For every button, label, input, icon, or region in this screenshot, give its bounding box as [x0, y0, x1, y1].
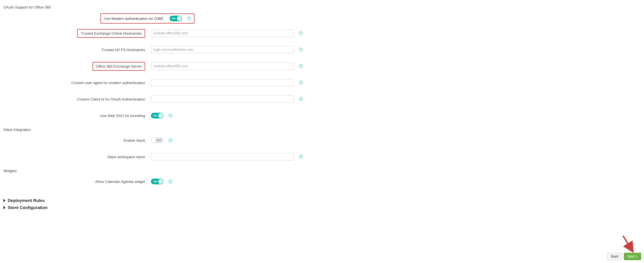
- help-icon[interactable]: ?: [299, 155, 303, 159]
- help-icon[interactable]: ?: [299, 64, 303, 68]
- highlight-o365-exchange: Office 365 Exchange Server: [92, 62, 145, 71]
- section-title-widgets: Widgets: [3, 169, 641, 173]
- label-web-sso: Use Web SSO for tunneling: [3, 114, 151, 118]
- label-enable-slack: Enable Slack: [3, 138, 151, 143]
- help-icon[interactable]: ?: [168, 114, 172, 118]
- input-custom-client-id[interactable]: [151, 95, 294, 103]
- label-custom-client-id: Custom Client Id for OAuth Authenticatio…: [3, 97, 151, 101]
- input-trusted-exchange[interactable]: [151, 30, 294, 37]
- toggle-modern-auth[interactable]: ON: [170, 16, 182, 21]
- caret-right-icon: [3, 199, 5, 202]
- help-icon[interactable]: ?: [168, 138, 172, 142]
- help-icon[interactable]: ?: [187, 16, 191, 20]
- section-title-oauth: OAuth Support for Office 365: [3, 5, 641, 9]
- help-icon[interactable]: ?: [299, 48, 303, 52]
- toggle-calendar-agenda[interactable]: ON: [151, 179, 163, 184]
- expander-deployment-rules[interactable]: Deployment Rules: [3, 198, 641, 203]
- label-custom-user-agent: Custom user agent for modern authenticat…: [3, 81, 151, 85]
- label-trusted-exchange: Trusted Exchange Online Hostnames: [81, 31, 142, 36]
- highlight-modern-auth: Use Modern authentication for O365 ON ?: [100, 13, 195, 24]
- label-o365-exchange: Office 365 Exchange Server: [96, 64, 142, 68]
- toggle-enable-slack[interactable]: OFF: [151, 137, 163, 143]
- input-trusted-adfs[interactable]: [151, 46, 294, 53]
- expander-store-configuration[interactable]: Store Configuration: [3, 205, 641, 210]
- input-o365-exchange[interactable]: [151, 62, 294, 70]
- highlight-trusted-exchange: Trusted Exchange Online Hostnames: [77, 29, 145, 38]
- label-trusted-adfs: Trusted AD FS Hostnames: [3, 48, 151, 52]
- help-icon[interactable]: ?: [299, 81, 303, 85]
- label-modern-auth: Use Modern authentication for O365: [104, 16, 163, 21]
- help-icon[interactable]: ?: [299, 31, 303, 35]
- caret-right-icon: [3, 206, 5, 209]
- label-calendar-agenda: Allow Calendar Agenda widget: [3, 179, 151, 184]
- help-icon[interactable]: ?: [299, 97, 303, 101]
- help-icon[interactable]: ?: [168, 179, 172, 183]
- input-slack-workspace[interactable]: [151, 153, 294, 160]
- label-slack-workspace: Slack workspace name: [3, 155, 151, 159]
- toggle-web-sso[interactable]: ON: [151, 113, 163, 118]
- section-title-slack: Slack Integration: [3, 128, 641, 132]
- input-custom-user-agent[interactable]: [151, 79, 294, 86]
